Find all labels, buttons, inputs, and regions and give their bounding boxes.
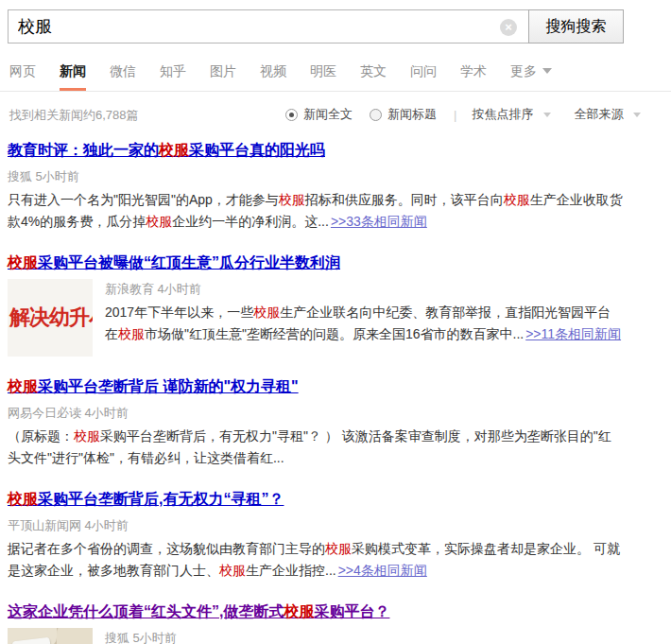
result-content: 平顶山新闻网 4小时前据记者在多个省份的调查，这场貌似由教育部门主导的校服采购模… bbox=[8, 515, 624, 582]
text-segment: 教育时评：独此一家的 bbox=[8, 142, 159, 158]
search-result: 校服采购平台被曝做“红顶生意”瓜分行业半数利润解决幼升小新浪教育 4小时前201… bbox=[8, 252, 624, 357]
source-dropdown[interactable]: 全部来源 bbox=[574, 106, 641, 123]
chevron-down-icon bbox=[633, 113, 641, 117]
result-content: 搜狐 5小时前这非但是在"校服新政"基础上画蛇添足，还涉嫌违反公平竞争。 全文1… bbox=[105, 628, 624, 644]
thumbnail-text: 解决幼升小 bbox=[8, 304, 93, 332]
text-segment: 这家企业凭什么顶着“红头文件”,做垄断式 bbox=[8, 603, 284, 619]
text-segment: 招标和供应服务。同时，该平台向 bbox=[305, 192, 504, 207]
highlighted-keyword: 校服 bbox=[159, 142, 189, 158]
result-snippet: 2017年下半年以来，一些校服生产企业联名向中纪委、教育部举报，直指阳光智园平台… bbox=[105, 302, 624, 345]
separator: | bbox=[454, 108, 456, 122]
radio-unchecked-icon[interactable] bbox=[370, 109, 382, 121]
result-body: 平顶山新闻网 4小时前据记者在多个省份的调查，这场貌似由教育部门主导的校服采购模… bbox=[8, 515, 624, 582]
tab-label: 图片 bbox=[210, 63, 236, 78]
tab-label: 学术 bbox=[460, 63, 487, 78]
text-segment: 企业约一半的净利润。这... bbox=[172, 214, 329, 229]
search-header: × 搜狗搜索 bbox=[0, 0, 671, 44]
highlighted-keyword: 校服 bbox=[279, 192, 305, 207]
result-body: 搜狐 5小时前只有进入一个名为"阳光智园"的App，才能参与校服招标和供应服务。… bbox=[8, 166, 624, 233]
tab-新闻[interactable]: 新闻 bbox=[60, 63, 86, 91]
highlighted-keyword: 校服 bbox=[219, 563, 246, 578]
sort-label: 按焦点排序 bbox=[472, 106, 533, 123]
result-source-time: 网易今日必读 4小时前 bbox=[8, 405, 624, 422]
tab-label: 微信 bbox=[110, 63, 136, 78]
highlighted-keyword: 校服 bbox=[284, 603, 314, 619]
result-title-link[interactable]: 教育时评：独此一家的校服采购平台真的阳光吗 bbox=[8, 142, 325, 158]
tab-视频[interactable]: 视频 bbox=[260, 63, 286, 91]
tab-图片[interactable]: 图片 bbox=[210, 63, 236, 91]
result-title-link[interactable]: 校服采购平台被曝做“红顶生意”瓜分行业半数利润 bbox=[8, 254, 340, 270]
similar-news-link[interactable]: >>11条相同新闻 bbox=[525, 326, 621, 341]
similar-news-link[interactable]: >>4条相同新闻 bbox=[338, 563, 427, 578]
search-result: 教育时评：独此一家的校服采购平台真的阳光吗搜狐 5小时前只有进入一个名为"阳光智… bbox=[8, 140, 624, 233]
highlighted-keyword: 校服 bbox=[118, 326, 145, 341]
result-thumbnail[interactable] bbox=[8, 628, 93, 644]
result-body: 搜狐 5小时前这非但是在"校服新政"基础上画蛇添足，还涉嫌违反公平竞争。 全文1… bbox=[8, 628, 624, 644]
text-segment: 据记者在多个省份的调查，这场貌似由教育部门主导的 bbox=[8, 541, 325, 556]
result-content: 新浪教育 4小时前2017年下半年以来，一些校服生产企业联名向中纪委、教育部举报… bbox=[105, 279, 624, 357]
results-bar: 找到相关新闻约6,788篇 新闻全文 新闻标题 | 按焦点排序 全部来源 bbox=[9, 106, 671, 125]
radio-news-fulltext[interactable]: 新闻全文 bbox=[285, 106, 353, 123]
radio-fulltext-label: 新闻全文 bbox=[303, 106, 353, 123]
result-content: 搜狐 5小时前只有进入一个名为"阳光智园"的App，才能参与校服招标和供应服务。… bbox=[8, 166, 624, 233]
radio-checked-icon[interactable] bbox=[285, 109, 298, 121]
tab-明医[interactable]: 明医 bbox=[310, 63, 336, 91]
result-snippet: 只有进入一个名为"阳光智园"的App，才能参与校服招标和供应服务。同时，该平台向… bbox=[8, 189, 624, 233]
result-snippet: 据记者在多个省份的调查，这场貌似由教育部门主导的校服采购模式变革，实际操盘者却是… bbox=[8, 538, 624, 582]
tab-label: 新闻 bbox=[60, 63, 86, 78]
result-source-time: 搜狐 5小时前 bbox=[8, 168, 624, 185]
tab-label: 网页 bbox=[9, 63, 36, 78]
highlighted-keyword: 校服 bbox=[146, 214, 172, 229]
sort-dropdown[interactable]: 按焦点排序 bbox=[472, 106, 551, 123]
similar-news-link[interactable]: >>33条相同新闻 bbox=[331, 214, 427, 229]
result-source-time: 平顶山新闻网 4小时前 bbox=[8, 517, 624, 534]
tab-更多[interactable]: 更多 bbox=[510, 63, 552, 91]
result-snippet: （原标题：校服采购平台垄断背后，有无权力"寻租"？ ） 该激活备案审查制度，对那… bbox=[8, 426, 624, 469]
result-content: 网易今日必读 4小时前（原标题：校服采购平台垄断背后，有无权力"寻租"？ ） 该… bbox=[8, 403, 624, 469]
text-segment: 采购平台垄断背后 谨防新的"权力寻租" bbox=[38, 378, 299, 394]
text-segment: 采购平台？ bbox=[314, 603, 389, 619]
highlighted-keyword: 校服 bbox=[8, 254, 38, 270]
tab-英文[interactable]: 英文 bbox=[360, 63, 387, 91]
highlighted-keyword: 校服 bbox=[74, 428, 100, 444]
result-title-link[interactable]: 校服采购平台垄断背后 谨防新的"权力寻租" bbox=[8, 378, 299, 394]
nav-tabs: 网页新闻微信知乎图片视频明医英文问问学术更多 bbox=[0, 62, 671, 92]
search-result: 校服采购平台垄断背后,有无权力“寻租”？平顶山新闻网 4小时前据记者在多个省份的… bbox=[8, 489, 624, 582]
search-box: × bbox=[8, 9, 528, 44]
highlighted-keyword: 校服 bbox=[504, 192, 530, 207]
result-body: 网易今日必读 4小时前（原标题：校服采购平台垄断背后，有无权力"寻租"？ ） 该… bbox=[8, 403, 624, 469]
search-result: 校服采购平台垄断背后 谨防新的"权力寻租"网易今日必读 4小时前（原标题：校服采… bbox=[8, 376, 624, 469]
tab-网页[interactable]: 网页 bbox=[9, 63, 36, 91]
highlighted-keyword: 校服 bbox=[8, 378, 38, 394]
text-segment: 只有进入一个名为"阳光智园"的App，才能参与 bbox=[8, 192, 279, 207]
result-source-time: 搜狐 5小时前 bbox=[105, 630, 624, 644]
result-source-time: 新浪教育 4小时前 bbox=[105, 281, 624, 298]
result-body: 解决幼升小新浪教育 4小时前2017年下半年以来，一些校服生产企业联名向中纪委、… bbox=[8, 279, 624, 357]
tab-微信[interactable]: 微信 bbox=[110, 63, 136, 91]
highlighted-keyword: 校服 bbox=[325, 541, 352, 556]
tab-label: 明医 bbox=[310, 63, 336, 78]
tab-label: 视频 bbox=[260, 63, 286, 78]
text-segment: 采购平台被曝做“红顶生意”瓜分行业半数利润 bbox=[38, 254, 340, 270]
tab-知乎[interactable]: 知乎 bbox=[160, 63, 186, 91]
tab-问问[interactable]: 问问 bbox=[410, 63, 437, 91]
tab-label: 更多 bbox=[510, 63, 537, 78]
result-title-link[interactable]: 校服采购平台垄断背后,有无权力“寻租”？ bbox=[8, 491, 284, 507]
search-button[interactable]: 搜狗搜索 bbox=[528, 9, 624, 44]
radio-news-title[interactable]: 新闻标题 bbox=[370, 106, 437, 123]
text-segment: 采购平台真的阳光吗 bbox=[189, 142, 325, 158]
tab-label: 英文 bbox=[360, 63, 387, 78]
tab-学术[interactable]: 学术 bbox=[460, 63, 487, 91]
radio-title-label: 新闻标题 bbox=[387, 106, 437, 123]
text-segment: 市场做"红顶生意"垄断经营的问题。原来全国16省市的数百家中... bbox=[145, 326, 524, 341]
chevron-down-icon bbox=[542, 68, 552, 74]
search-input[interactable] bbox=[9, 10, 528, 43]
chevron-down-icon bbox=[543, 113, 551, 117]
tab-label: 问问 bbox=[410, 63, 437, 78]
highlighted-keyword: 校服 bbox=[8, 491, 38, 507]
clear-search-icon[interactable]: × bbox=[500, 19, 517, 36]
results-list: 教育时评：独此一家的校服采购平台真的阳光吗搜狐 5小时前只有进入一个名为"阳光智… bbox=[8, 140, 671, 644]
result-title-link[interactable]: 这家企业凭什么顶着“红头文件”,做垄断式校服采购平台？ bbox=[8, 603, 389, 619]
filter-controls: 新闻全文 新闻标题 | 按焦点排序 全部来源 bbox=[285, 106, 663, 123]
result-thumbnail[interactable]: 解决幼升小 bbox=[8, 279, 93, 357]
